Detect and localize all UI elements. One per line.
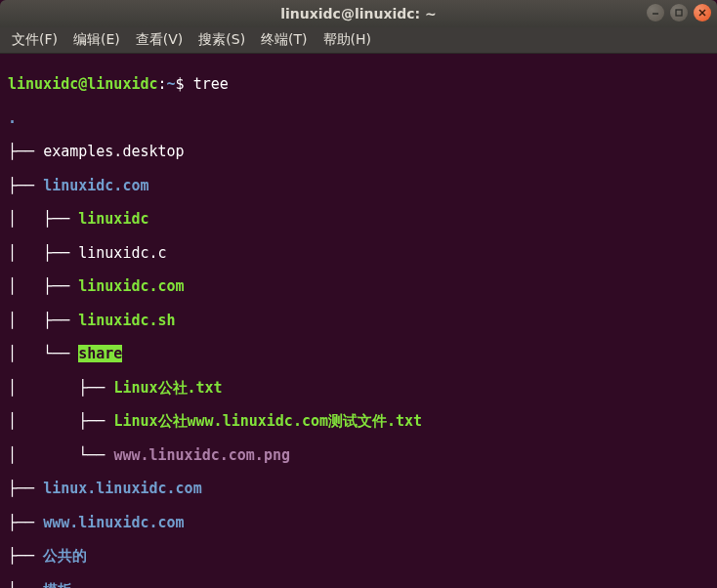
tree-row: ├── www.linuxidc.com: [8, 515, 709, 531]
tree-branch: │ ├──: [8, 412, 113, 430]
window-title: linuxidc@linuxidc: ~: [280, 6, 437, 21]
window-controls: [647, 4, 711, 21]
tree-branch: │ ├──: [8, 210, 78, 228]
tree-row: ├── examples.desktop: [8, 144, 709, 160]
tree-node-linuxidc-com-dir: linuxidc.com: [43, 177, 148, 194]
prompt-path: ~: [167, 75, 176, 93]
menu-view[interactable]: 查看(V): [130, 29, 190, 51]
prompt-line-1: linuxidc@linuxidc:~$ tree: [8, 76, 709, 93]
tree-node-linuxidc-sh: linuxidc.sh: [78, 312, 175, 329]
tree-branch: ├──: [8, 514, 43, 531]
tree-node-share: share: [78, 345, 122, 362]
maximize-icon: [674, 8, 684, 18]
tree-node-linuxidc-exec: linuxidc: [78, 210, 148, 228]
tree-branch: ├──: [8, 143, 43, 160]
menu-search[interactable]: 搜素(S): [192, 29, 251, 51]
minimize-icon: [651, 8, 660, 18]
tree-node-examples-desktop: examples.desktop: [43, 143, 185, 160]
tree-row: ├── linuxidc.com: [8, 178, 709, 194]
tree-row: │ ├── linuxidc.c: [8, 245, 709, 262]
tree-branch: ├──: [8, 177, 43, 194]
svg-rect-1: [676, 10, 682, 16]
tree-branch: │ ├──: [8, 244, 78, 262]
tree-node-linuxgongsi-test-txt: Linux公社www.linuxidc.com测试文件.txt: [113, 412, 422, 430]
titlebar: linuxidc@linuxidc: ~: [0, 0, 717, 27]
tree-branch: ├──: [8, 581, 43, 588]
tree-node-templates: 模板: [43, 581, 72, 588]
tree-root: .: [8, 110, 709, 127]
prompt-colon: :: [158, 75, 167, 93]
prompt-at: @: [78, 75, 87, 93]
close-button[interactable]: [694, 4, 711, 21]
tree-branch: │ ├──: [8, 277, 78, 295]
menu-terminal[interactable]: 终端(T): [255, 29, 313, 51]
tree-branch: │ └──: [8, 446, 113, 464]
command-tree: tree: [193, 75, 229, 93]
tree-branch: │ ├──: [8, 312, 78, 329]
tree-root-dot: .: [8, 109, 17, 127]
terminal[interactable]: linuxidc@linuxidc:~$ tree . ├── examples…: [0, 54, 717, 588]
tree-row: │ ├── linuxidc.com: [8, 278, 709, 295]
tree-node-www-linuxidc-png1: www.linuxidc.com.png: [113, 446, 290, 464]
tree-branch: │ └──: [8, 345, 78, 362]
menu-file[interactable]: 文件(F): [6, 29, 63, 51]
tree-row: ├── 公共的: [8, 548, 709, 565]
tree-branch: │ ├──: [8, 379, 113, 397]
tree-node-public: 公共的: [43, 547, 87, 565]
prompt-user: linuxidc: [8, 75, 78, 93]
close-icon: [697, 8, 707, 18]
tree-node-www-linuxidc-com: www.linuxidc.com: [43, 514, 185, 531]
tree-row: │ └── www.linuxidc.com.png: [8, 447, 709, 464]
tree-row: ├── linux.linuxidc.com: [8, 481, 709, 497]
tree-node-linuxidc-com-exec: linuxidc.com: [78, 277, 184, 295]
tree-row: │ └── share: [8, 346, 709, 362]
menu-edit[interactable]: 编辑(E): [67, 29, 126, 51]
tree-node-linux-linuxidc-com: linux.linuxidc.com: [43, 480, 202, 497]
minimize-button[interactable]: [647, 4, 664, 21]
tree-row: │ ├── Linux公社.txt: [8, 380, 709, 397]
tree-row: ├── 模板: [8, 582, 709, 588]
tree-row: │ ├── linuxidc.sh: [8, 313, 709, 329]
tree-row: │ ├── linuxidc: [8, 211, 709, 228]
tree-branch: ├──: [8, 480, 43, 497]
tree-node-linuxidc-c: linuxidc.c: [78, 244, 166, 262]
prompt-dollar: $: [176, 75, 185, 93]
tree-row: │ ├── Linux公社www.linuxidc.com测试文件.txt: [8, 413, 709, 430]
menu-help[interactable]: 帮助(H): [317, 29, 377, 51]
prompt-host: linuxidc: [87, 75, 157, 93]
maximize-button[interactable]: [670, 4, 688, 21]
menubar: 文件(F) 编辑(E) 查看(V) 搜素(S) 终端(T) 帮助(H): [0, 27, 717, 54]
tree-branch: ├──: [8, 547, 43, 565]
tree-node-linuxgongsi-txt: Linux公社.txt: [113, 379, 222, 397]
